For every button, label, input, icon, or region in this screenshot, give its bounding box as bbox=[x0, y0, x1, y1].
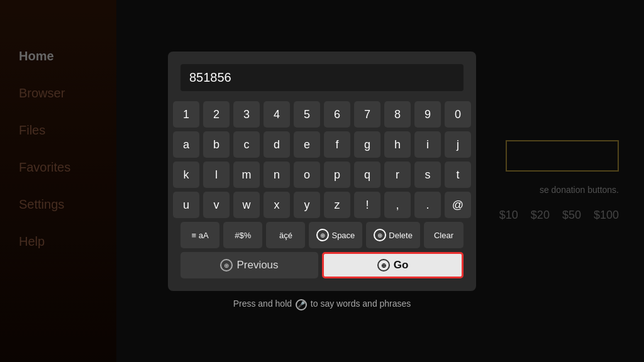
abc-toggle-button[interactable]: ≡ aA bbox=[180, 222, 219, 248]
delete-button[interactable]: ⊕Delete bbox=[366, 222, 420, 248]
key-1[interactable]: 1 bbox=[173, 101, 199, 128]
key-3[interactable]: 3 bbox=[233, 101, 260, 128]
key-c[interactable]: c bbox=[233, 131, 260, 158]
go-circle-icon: ⊕ bbox=[377, 259, 390, 272]
key-d[interactable]: d bbox=[264, 131, 290, 158]
key-t[interactable]: t bbox=[445, 162, 471, 188]
special-row: ≡ aA #$% äçé ⊕Space ⊕Delete Clear bbox=[180, 222, 464, 248]
key-m[interactable]: m bbox=[233, 162, 260, 188]
accent-button[interactable]: äçé bbox=[266, 222, 305, 248]
alpha-row-2: k l m n o p q r s t bbox=[180, 162, 464, 188]
action-row: ⊕ Previous ⊕ Go bbox=[180, 252, 464, 278]
keyboard-input[interactable] bbox=[180, 64, 464, 91]
key-x[interactable]: x bbox=[264, 192, 290, 218]
space-circle-icon: ⊕ bbox=[316, 229, 329, 241]
key-g[interactable]: g bbox=[354, 131, 380, 158]
key-0[interactable]: 0 bbox=[445, 101, 471, 128]
alpha-row-3: u v w x y z ! , . @ bbox=[180, 192, 464, 218]
previous-circle-icon: ⊕ bbox=[220, 259, 233, 272]
key-l[interactable]: l bbox=[203, 162, 230, 188]
alpha-row-1: a b c d e f g h i j bbox=[180, 131, 464, 158]
key-exclaim[interactable]: ! bbox=[354, 192, 380, 218]
delete-circle-icon: ⊕ bbox=[374, 229, 386, 241]
key-f[interactable]: f bbox=[324, 131, 350, 158]
keyboard-rows: 1 2 3 4 5 6 7 8 9 0 a b c d e f g h bbox=[180, 101, 464, 248]
key-2[interactable]: 2 bbox=[203, 101, 230, 128]
key-s[interactable]: s bbox=[414, 162, 441, 188]
key-q[interactable]: q bbox=[354, 162, 380, 188]
key-4[interactable]: 4 bbox=[264, 101, 290, 128]
number-row: 1 2 3 4 5 6 7 8 9 0 bbox=[180, 101, 464, 128]
key-v[interactable]: v bbox=[203, 192, 230, 218]
mic-icon: 🎤 bbox=[296, 299, 307, 310]
key-p[interactable]: p bbox=[324, 162, 350, 188]
go-button[interactable]: ⊕ Go bbox=[322, 252, 464, 278]
key-6[interactable]: 6 bbox=[324, 101, 350, 128]
key-7[interactable]: 7 bbox=[354, 101, 380, 128]
keyboard-dialog: 1 2 3 4 5 6 7 8 9 0 a b c d e f g h bbox=[168, 52, 476, 291]
key-n[interactable]: n bbox=[264, 162, 290, 188]
key-comma[interactable]: , bbox=[384, 192, 411, 218]
clear-button[interactable]: Clear bbox=[424, 222, 464, 248]
key-9[interactable]: 9 bbox=[414, 101, 441, 128]
key-r[interactable]: r bbox=[384, 162, 411, 188]
key-z[interactable]: z bbox=[324, 192, 350, 218]
key-u[interactable]: u bbox=[173, 192, 199, 218]
space-button[interactable]: ⊕Space bbox=[309, 222, 362, 248]
key-at[interactable]: @ bbox=[445, 192, 471, 218]
symbols-button[interactable]: #$% bbox=[223, 222, 262, 248]
key-e[interactable]: e bbox=[294, 131, 320, 158]
key-5[interactable]: 5 bbox=[294, 101, 320, 128]
key-w[interactable]: w bbox=[233, 192, 260, 218]
key-j[interactable]: j bbox=[445, 131, 471, 158]
key-k[interactable]: k bbox=[173, 162, 199, 188]
key-8[interactable]: 8 bbox=[384, 101, 411, 128]
key-i[interactable]: i bbox=[414, 131, 441, 158]
key-b[interactable]: b bbox=[203, 131, 230, 158]
key-h[interactable]: h bbox=[384, 131, 411, 158]
previous-button[interactable]: ⊕ Previous bbox=[180, 252, 318, 278]
key-o[interactable]: o bbox=[294, 162, 320, 188]
key-period[interactable]: . bbox=[414, 192, 441, 218]
press-hold-hint: Press and hold 🎤 to say words and phrase… bbox=[233, 299, 411, 310]
key-a[interactable]: a bbox=[173, 131, 199, 158]
keyboard-overlay: 1 2 3 4 5 6 7 8 9 0 a b c d e f g h bbox=[0, 0, 644, 362]
key-y[interactable]: y bbox=[294, 192, 320, 218]
